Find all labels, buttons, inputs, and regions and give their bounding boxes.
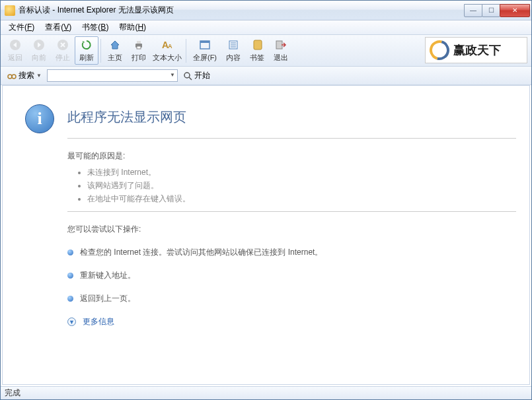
app-window: 音标认读 - Internet Explorer 无法显示该网页 — ☐ ✕ 文… <box>0 0 532 400</box>
maximize-button[interactable]: ☐ <box>482 4 500 17</box>
binoculars-icon <box>7 71 17 81</box>
error-page: i 此程序无法显示网页 最可能的原因是: 未连接到 Internet。 该网站遇… <box>3 86 529 352</box>
error-reason-item: 未连接到 Internet。 <box>87 167 516 178</box>
fullscreen-button[interactable]: 全屏(F) <box>188 36 221 65</box>
menu-file[interactable]: 文件(F) <box>3 20 40 34</box>
expand-arrow-icon: ▼ <box>67 317 76 326</box>
search-label-button[interactable]: 搜索 ▼ <box>5 70 44 81</box>
titlebar: 音标认读 - Internet Explorer 无法显示该网页 — ☐ ✕ <box>1 1 531 20</box>
search-input[interactable]: ▼ <box>47 69 178 82</box>
error-title: 此程序无法显示网页 <box>67 108 516 126</box>
stop-icon <box>56 38 69 51</box>
error-reason-item: 该网站遇到了问题。 <box>87 180 516 191</box>
dropdown-icon: ▼ <box>36 73 42 79</box>
svg-line-18 <box>189 77 192 80</box>
svg-text:A: A <box>168 43 172 50</box>
svg-rect-4 <box>137 41 141 44</box>
menubar: 文件(F) 查看(V) 书签(B) 帮助(H) <box>1 20 531 35</box>
svg-point-16 <box>12 75 16 79</box>
magnifier-icon <box>183 71 192 81</box>
svg-point-17 <box>184 73 190 78</box>
svg-rect-5 <box>137 46 141 49</box>
exit-icon <box>274 38 287 51</box>
action-check-connection: 检查您的 Internet 连接。尝试访问其他网站以确保已连接到 Interne… <box>67 247 516 258</box>
print-button[interactable]: 打印 <box>127 36 151 65</box>
textsize-icon: AA <box>161 38 174 51</box>
toolbar-separator <box>100 39 101 63</box>
divider <box>67 211 516 212</box>
content-button[interactable]: 内容 <box>221 36 245 65</box>
menu-help[interactable]: 帮助(H) <box>114 20 151 34</box>
home-button[interactable]: 主页 <box>103 36 127 65</box>
error-try-heading: 您可以尝试以下操作: <box>67 224 516 235</box>
svg-rect-9 <box>200 41 209 43</box>
toolbar-separator <box>186 39 186 63</box>
minimize-button[interactable]: — <box>464 4 482 17</box>
exit-button[interactable]: 退出 <box>269 36 293 65</box>
info-icon: i <box>25 104 54 133</box>
error-reason-list: 未连接到 Internet。 该网站遇到了问题。 在地址中可能存在键入错误。 <box>87 167 516 205</box>
search-start-button[interactable]: 开始 <box>180 70 213 81</box>
searchbar: 搜索 ▼ ▼ 开始 <box>1 67 531 85</box>
menu-view[interactable]: 查看(V) <box>40 20 77 34</box>
action-list: 检查您的 Internet 连接。尝试访问其他网站以确保已连接到 Interne… <box>67 247 516 327</box>
back-button[interactable]: 返回 <box>3 36 27 65</box>
content-area: i 此程序无法显示网页 最可能的原因是: 未连接到 Internet。 该网站遇… <box>2 85 530 385</box>
textsize-button[interactable]: AA 文本大小 <box>151 36 184 65</box>
fullscreen-icon <box>198 38 211 51</box>
stop-button[interactable]: 停止 <box>51 36 75 65</box>
svg-rect-14 <box>276 41 282 49</box>
action-more-info[interactable]: ▼ 更多信息 <box>67 316 516 327</box>
menu-bookmark[interactable]: 书签(B) <box>77 20 114 34</box>
content-icon <box>227 38 240 51</box>
brand-badge-icon <box>426 37 453 64</box>
brand-badge: 赢政天下 <box>425 37 527 63</box>
action-retype: 重新键入地址。 <box>67 270 516 281</box>
error-reason-heading: 最可能的原因是: <box>67 150 516 162</box>
print-icon <box>132 38 145 51</box>
action-goback: 返回到上一页。 <box>67 293 516 304</box>
window-title: 音标认读 - Internet Explorer 无法显示该网页 <box>19 5 465 16</box>
close-button[interactable]: ✕ <box>500 4 530 17</box>
error-reason-item: 在地址中可能存在键入错误。 <box>87 193 516 205</box>
bookmarks-icon <box>250 38 264 51</box>
brand-badge-text: 赢政天下 <box>453 42 501 58</box>
bullet-icon <box>67 250 73 255</box>
bookmarks-button[interactable]: 书签 <box>245 36 269 65</box>
home-icon <box>108 38 122 51</box>
statusbar: 完成 <box>1 386 531 399</box>
dropdown-icon: ▼ <box>170 72 175 78</box>
more-info-link[interactable]: 更多信息 <box>83 316 114 327</box>
forward-button[interactable]: 向前 <box>27 36 51 65</box>
divider <box>67 138 516 139</box>
bullet-icon <box>67 273 73 279</box>
bullet-icon <box>67 296 73 302</box>
svg-point-15 <box>8 75 12 79</box>
refresh-icon <box>80 38 93 51</box>
window-controls: — ☐ ✕ <box>465 4 530 17</box>
app-icon <box>5 5 15 16</box>
back-icon <box>9 38 22 51</box>
refresh-button[interactable]: 刷新 <box>75 36 98 65</box>
forward-icon <box>32 38 46 51</box>
toolbar: 返回 向前 停止 刷新 主页 打印 AA 文本大小 全屏(F <box>1 35 531 67</box>
status-text: 完成 <box>5 387 20 399</box>
